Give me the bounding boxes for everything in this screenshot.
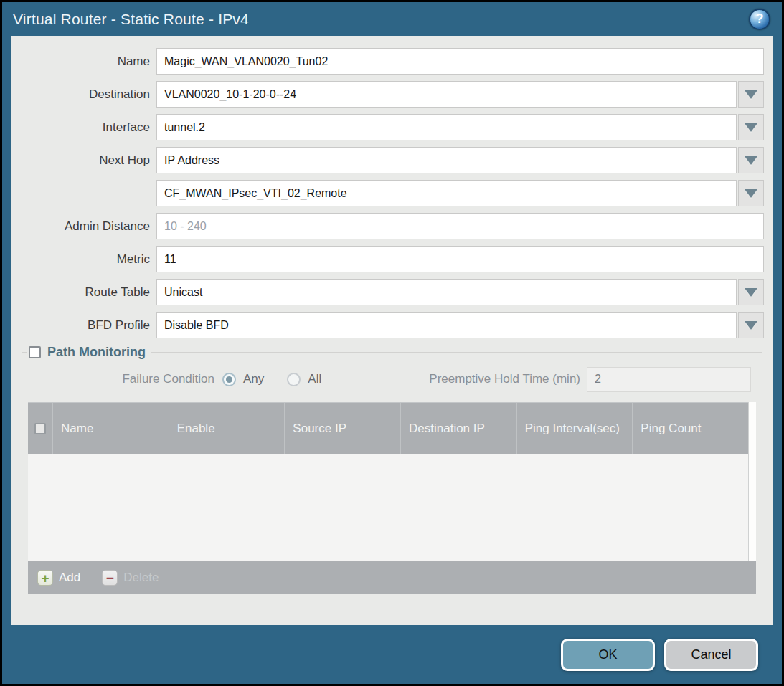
chevron-down-icon (745, 288, 757, 297)
admin-distance-label: Admin Distance (20, 219, 156, 234)
interface-label: Interface (20, 120, 156, 135)
form-row-next-hop-address (20, 180, 764, 206)
table-body-empty (28, 454, 748, 561)
screenshot-frame: Virtual Router - Static Route - IPv4 ? N… (0, 0, 784, 686)
metric-label: Metric (20, 252, 156, 267)
next-hop-type-dropdown-button[interactable] (738, 147, 764, 173)
destination-input[interactable] (156, 81, 737, 108)
add-button-label: Add (59, 571, 80, 585)
column-header-name: Name (53, 403, 169, 454)
dialog-titlebar: Virtual Router - Static Route - IPv4 ? (2, 2, 782, 36)
column-header-enable: Enable (169, 403, 285, 454)
chevron-down-icon (745, 123, 757, 132)
chevron-down-icon (745, 189, 757, 198)
cancel-button[interactable]: Cancel (664, 639, 758, 671)
next-hop-address-input[interactable] (156, 180, 737, 206)
column-header-source-ip: Source IP (285, 403, 401, 454)
path-monitoring-checkbox[interactable] (29, 346, 41, 358)
bfd-profile-label: BFD Profile (20, 318, 156, 333)
failure-condition-any-label: Any (243, 372, 264, 386)
bfd-profile-dropdown-button[interactable] (738, 312, 764, 338)
form-row-name: Name (20, 48, 764, 75)
dialog-footer: OK Cancel (2, 625, 782, 684)
failure-condition-all-label: All (308, 372, 321, 386)
form-row-bfd-profile: BFD Profile (20, 312, 764, 338)
path-monitoring-group: Path Monitoring Failure Condition Any Al… (22, 345, 762, 601)
preemptive-hold-time-label: Preemptive Hold Time (min) (429, 372, 587, 386)
form-row-metric: Metric (20, 246, 764, 272)
failure-condition-any-radio[interactable] (222, 373, 236, 386)
path-monitoring-legend: Path Monitoring (27, 345, 151, 360)
delete-button[interactable]: − Delete (102, 570, 159, 586)
column-header-ping-interval: Ping Interval(sec) (517, 403, 633, 454)
destination-dropdown-button[interactable] (738, 81, 764, 108)
form-row-next-hop: Next Hop (20, 147, 764, 173)
path-monitoring-table: Name Enable Source IP Destination IP Pin… (28, 402, 756, 594)
form-row-interface: Interface (20, 114, 764, 140)
admin-distance-input[interactable] (156, 213, 764, 239)
destination-label: Destination (20, 87, 156, 102)
dialog-title: Virtual Router - Static Route - IPv4 (13, 11, 249, 28)
next-hop-label: Next Hop (20, 153, 156, 168)
add-button[interactable]: + Add (37, 570, 80, 586)
table-header-checkbox-cell (28, 403, 53, 454)
chevron-down-icon (745, 90, 757, 99)
path-monitoring-title: Path Monitoring (47, 345, 146, 360)
table-scrollbar[interactable] (748, 402, 756, 561)
plus-icon: + (37, 570, 53, 586)
column-header-destination-ip: Destination IP (401, 403, 517, 454)
name-label: Name (20, 54, 156, 69)
failure-condition-row: Failure Condition Any All Preemptive Hol… (27, 366, 757, 393)
route-table-input[interactable] (156, 279, 737, 305)
bfd-profile-input[interactable] (156, 312, 737, 338)
form-row-route-table: Route Table (20, 279, 764, 305)
interface-dropdown-button[interactable] (738, 114, 764, 140)
route-table-dropdown-button[interactable] (738, 279, 764, 305)
form-row-admin-distance: Admin Distance (20, 213, 764, 239)
ok-button[interactable]: OK (561, 639, 655, 671)
chevron-down-icon (745, 156, 757, 165)
static-route-dialog: Virtual Router - Static Route - IPv4 ? N… (2, 2, 782, 684)
name-input[interactable] (156, 48, 764, 75)
table-header: Name Enable Source IP Destination IP Pin… (28, 402, 748, 454)
select-all-checkbox[interactable] (34, 423, 46, 434)
column-header-ping-count: Ping Count (633, 403, 748, 454)
route-table-label: Route Table (20, 285, 156, 300)
metric-input[interactable] (156, 246, 764, 272)
minus-icon: − (102, 570, 118, 586)
next-hop-type-input[interactable] (156, 147, 737, 173)
dialog-content: Name Destination Interface (11, 36, 773, 625)
next-hop-address-dropdown-button[interactable] (738, 180, 764, 206)
interface-input[interactable] (156, 114, 737, 140)
delete-button-label: Delete (123, 571, 159, 585)
failure-condition-all-radio[interactable] (287, 373, 301, 386)
table-toolbar: + Add − Delete (28, 561, 756, 594)
preemptive-hold-time-input[interactable] (587, 367, 751, 392)
chevron-down-icon (745, 321, 757, 330)
help-icon[interactable]: ? (749, 9, 770, 30)
form-row-destination: Destination (20, 81, 764, 108)
failure-condition-label: Failure Condition (27, 372, 222, 386)
